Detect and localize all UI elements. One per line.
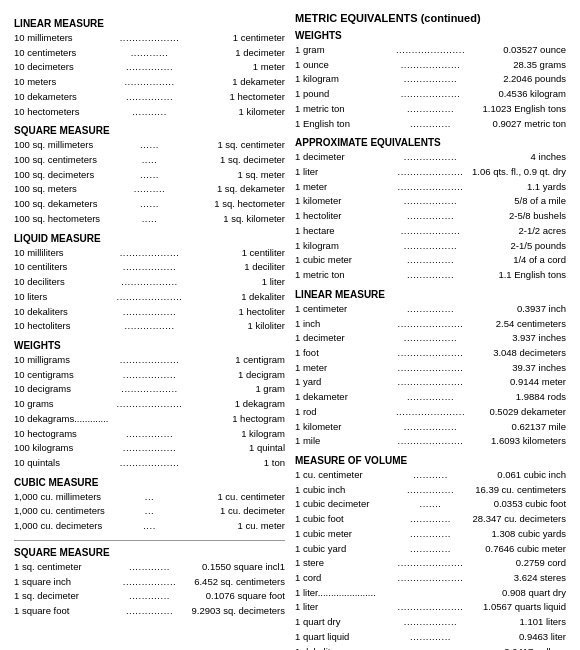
entry-left: 1 cord: [295, 571, 396, 586]
list-item: 1 decimeter ................. 3.937 inch…: [295, 331, 566, 346]
entry-right: 1 sq. dekameter: [167, 182, 285, 197]
entry-left: 10 quintals: [14, 456, 118, 471]
entry-right: 1.1 English tons: [456, 268, 566, 283]
entry-left: 1 liter: [295, 165, 396, 180]
entry-left: 1 kilogram: [295, 72, 402, 87]
entry-dots: .....................: [398, 375, 464, 390]
entry-right: 1 liter: [180, 275, 285, 290]
entry-left: 1 liter: [295, 600, 396, 615]
entry-dots: ...............: [126, 427, 173, 442]
entry-left: 100 sq. hectometers: [14, 212, 140, 227]
list-item: 1 cubic inch ............... 16.39 cu. c…: [295, 483, 566, 498]
entry-dots: .....................: [398, 180, 464, 195]
entry-right: 3.624 steres: [465, 571, 566, 586]
entry-left: 1 decimeter: [295, 150, 402, 165]
entry-left: 1 inch: [295, 317, 396, 332]
subsection-title: CUBIC MEASURE: [14, 477, 285, 488]
entry-dots: ...........: [132, 105, 167, 120]
list-item: 10 dekagrams............. 1 hectogram: [14, 412, 285, 427]
entry-left: 1 square inch: [14, 575, 121, 590]
entry-right: 4 inches: [459, 150, 566, 165]
entry-dots: ...................: [120, 31, 180, 46]
left-sections: LINEAR MEASURE 10 millimeters ..........…: [14, 18, 285, 534]
list-item: 1 kilometer ................. 5/8 of a m…: [295, 194, 566, 209]
subsection-title: MEASURE OF VOLUME: [295, 455, 566, 466]
entry-right: 0.061 cubic inch: [450, 468, 566, 483]
right-column: METRIC EQUIVALENTS (continued) WEIGHTS 1…: [295, 12, 566, 650]
list-item: 1 metric ton ............... 1.1023 Engl…: [295, 102, 566, 117]
subsection-title: WEIGHTS: [14, 340, 285, 351]
entry-dots: .....................: [398, 434, 464, 449]
list-item: 10 dekaliters ................. 1 hectol…: [14, 305, 285, 320]
entry-left: 1 hectare: [295, 224, 399, 239]
entry-dots: .................: [404, 331, 457, 346]
entry-right: 0.1076 square foot: [172, 589, 285, 604]
entry-right: 1 decigram: [178, 368, 285, 383]
list-item: 1,000 cu. millimeters ... 1 cu. centimet…: [14, 490, 285, 505]
entry-right: 0.5029 dekameter: [467, 405, 566, 420]
entry-dots: .................: [404, 72, 457, 87]
main-title-right: METRIC EQUIVALENTS (continued): [295, 12, 566, 24]
list-item: 1 sq. decimeter ............. 0.1076 squ…: [14, 589, 285, 604]
entry-left: 100 sq. decimeters: [14, 168, 138, 183]
entry-right: 6.452 sq. centimeters: [178, 575, 285, 590]
entry-right: 1 dekaliter: [184, 290, 285, 305]
entry-dots: .................: [123, 368, 176, 383]
list-item: 1 sq. centimeter ............. 0.1550 sq…: [14, 560, 285, 575]
entry-left: 1 cubic meter: [295, 253, 405, 268]
list-item: 1 quart liquid ............. 0.9463 lite…: [295, 630, 566, 645]
entry-right: 1 cu. decimeter: [156, 504, 285, 519]
entry-left: 1,000 cu. centimeters: [14, 504, 143, 519]
entry-right: 1 deciliter: [178, 260, 285, 275]
list-item: 100 sq. centimeters ..... 1 sq. decimete…: [14, 153, 285, 168]
list-item: 1 meter ..................... 1.1 yards: [295, 180, 566, 195]
entry-left: 10 dekameters: [14, 90, 124, 105]
entry-right: 5/8 of a mile: [459, 194, 566, 209]
entry-right: 1.1023 English tons: [456, 102, 566, 117]
entry-dots: .............: [410, 542, 451, 557]
list-item: 10 liters ..................... 1 dekali…: [14, 290, 285, 305]
entry-dots: ...............: [407, 483, 454, 498]
entry-left: 10 liters: [14, 290, 115, 305]
list-item: 1 metric ton ............... 1.1 English…: [295, 268, 566, 283]
list-item: 1 cubic meter ............... 1/4 of a c…: [295, 253, 566, 268]
list-item: 1 square foot ............... 9.2903 sq.…: [14, 604, 285, 619]
entry-left: 100 sq. dekameters: [14, 197, 138, 212]
entry-dots: ...................: [401, 224, 461, 239]
subsection-title: WEIGHTS: [295, 30, 566, 41]
entry-dots: ...............: [126, 90, 173, 105]
entry-left: 10 centimeters: [14, 46, 129, 61]
entry-dots: ...............: [126, 60, 173, 75]
entry-left: 10 grams: [14, 397, 115, 412]
subsection-title: LINEAR MEASURE: [14, 18, 285, 29]
subsection-title: LINEAR MEASURE: [295, 289, 566, 300]
list-item: 10 grams ..................... 1 dekagra…: [14, 397, 285, 412]
entry-left: 1 English ton: [295, 117, 408, 132]
entry-right: 1 hectogram: [152, 412, 286, 427]
entry-right: 2-5/8 bushels: [456, 209, 566, 224]
list-item: 1 cubic yard ............. 0.7646 cubic …: [295, 542, 566, 557]
entry-right: 1 cu. centimeter: [156, 490, 285, 505]
entry-dots: .................: [404, 420, 457, 435]
entry-left: 10 meters: [14, 75, 122, 90]
list-item: 10 hectoliters ................ 1 kiloli…: [14, 319, 285, 334]
entry-right: 28.35 grams: [462, 58, 566, 73]
subsection-title: SQUARE MEASURE: [14, 547, 285, 558]
entry-dots: .....................: [398, 317, 464, 332]
entry-dots: ..........: [134, 182, 165, 197]
entry-dots: ..................: [121, 382, 178, 397]
list-item: 1 gram ...................... 0.03527 ou…: [295, 43, 566, 58]
entry-left: 1 hectoliter: [295, 209, 405, 224]
list-item: 10 dekameters ............... 1 hectomet…: [14, 90, 285, 105]
entry-left: 1 pound: [295, 87, 399, 102]
entry-left: 1 metric ton: [295, 102, 405, 117]
entry-dots: ......................: [396, 43, 465, 58]
entry-right: 1 sq. hectometer: [161, 197, 285, 212]
entry-dots: .................: [404, 150, 457, 165]
entry-right: 0.1550 square incl1: [172, 560, 285, 575]
entry-dots: ................: [124, 75, 174, 90]
entry-right: 39.37 inches: [465, 361, 566, 376]
entry-right: 1 hectoliter: [178, 305, 285, 320]
entry-dots: .................: [123, 575, 176, 590]
entry-left: 1 quart dry: [295, 615, 402, 630]
